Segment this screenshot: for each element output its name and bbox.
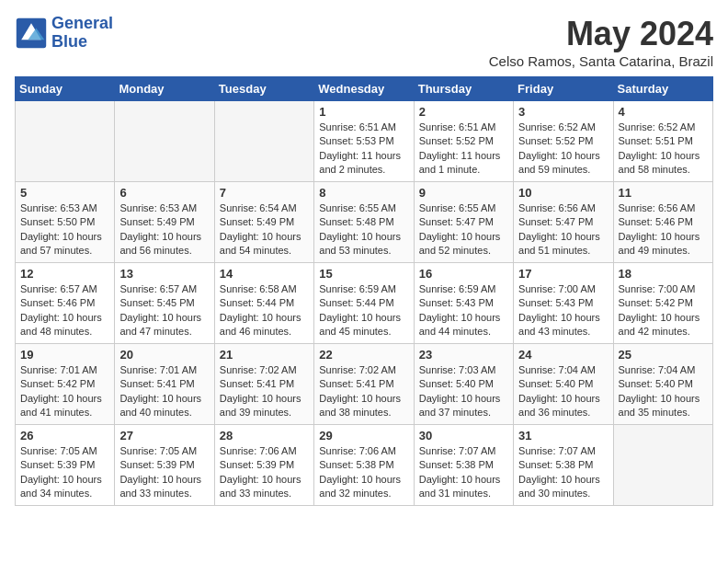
calendar-week-row: 1 Sunrise: 6:51 AMSunset: 5:53 PMDayligh… bbox=[16, 101, 713, 182]
month-title: May 2024 bbox=[489, 15, 713, 53]
day-number: 11 bbox=[619, 186, 708, 200]
logo: General Blue bbox=[15, 15, 113, 52]
calendar-day-cell: 8 Sunrise: 6:55 AMSunset: 5:48 PMDayligh… bbox=[314, 182, 414, 263]
day-number: 1 bbox=[319, 105, 408, 119]
calendar-day-cell bbox=[115, 101, 214, 182]
calendar-day-cell: 29 Sunrise: 7:06 AMSunset: 5:38 PMDaylig… bbox=[314, 425, 414, 506]
day-number: 5 bbox=[20, 186, 109, 200]
day-info: Sunrise: 6:55 AMSunset: 5:47 PMDaylight:… bbox=[419, 201, 508, 259]
header: General Blue May 2024 Celso Ramos, Santa… bbox=[15, 15, 713, 69]
weekday-header-row: SundayMondayTuesdayWednesdayThursdayFrid… bbox=[16, 77, 713, 101]
day-info: Sunrise: 6:53 AMSunset: 5:50 PMDaylight:… bbox=[20, 201, 109, 259]
calendar-day-cell: 24 Sunrise: 7:04 AMSunset: 5:40 PMDaylig… bbox=[514, 344, 613, 425]
calendar-day-cell: 22 Sunrise: 7:02 AMSunset: 5:41 PMDaylig… bbox=[314, 344, 414, 425]
calendar-day-cell: 30 Sunrise: 7:07 AMSunset: 5:38 PMDaylig… bbox=[414, 425, 513, 506]
calendar-day-cell: 19 Sunrise: 7:01 AMSunset: 5:42 PMDaylig… bbox=[16, 344, 115, 425]
day-number: 29 bbox=[319, 429, 408, 442]
calendar-day-cell: 23 Sunrise: 7:03 AMSunset: 5:40 PMDaylig… bbox=[414, 344, 513, 425]
calendar-day-cell: 15 Sunrise: 6:59 AMSunset: 5:44 PMDaylig… bbox=[314, 263, 414, 344]
day-number: 13 bbox=[119, 267, 209, 281]
weekday-header-cell: Monday bbox=[115, 77, 214, 101]
calendar-day-cell: 26 Sunrise: 7:05 AMSunset: 5:39 PMDaylig… bbox=[16, 425, 115, 506]
calendar-day-cell: 5 Sunrise: 6:53 AMSunset: 5:50 PMDayligh… bbox=[16, 182, 115, 263]
weekday-header-cell: Saturday bbox=[613, 77, 712, 101]
day-info: Sunrise: 7:03 AMSunset: 5:40 PMDaylight:… bbox=[419, 363, 508, 420]
calendar-day-cell: 21 Sunrise: 7:02 AMSunset: 5:41 PMDaylig… bbox=[214, 344, 313, 425]
day-info: Sunrise: 6:53 AMSunset: 5:49 PMDaylight:… bbox=[119, 201, 209, 259]
day-number: 6 bbox=[119, 186, 209, 200]
calendar-day-cell: 10 Sunrise: 6:56 AMSunset: 5:47 PMDaylig… bbox=[514, 182, 613, 263]
calendar-day-cell: 28 Sunrise: 7:06 AMSunset: 5:39 PMDaylig… bbox=[214, 425, 313, 506]
weekday-header-cell: Friday bbox=[514, 77, 613, 101]
day-info: Sunrise: 6:56 AMSunset: 5:46 PMDaylight:… bbox=[619, 201, 708, 259]
day-number: 12 bbox=[20, 267, 109, 281]
day-number: 8 bbox=[319, 186, 408, 200]
day-number: 25 bbox=[619, 348, 708, 362]
day-number: 19 bbox=[20, 348, 109, 362]
calendar-day-cell: 27 Sunrise: 7:05 AMSunset: 5:39 PMDaylig… bbox=[115, 425, 214, 506]
day-info: Sunrise: 6:54 AMSunset: 5:49 PMDaylight:… bbox=[220, 201, 309, 259]
calendar-body: 1 Sunrise: 6:51 AMSunset: 5:53 PMDayligh… bbox=[16, 101, 713, 506]
location-title: Celso Ramos, Santa Catarina, Brazil bbox=[489, 53, 713, 69]
day-info: Sunrise: 6:57 AMSunset: 5:46 PMDaylight:… bbox=[20, 282, 109, 339]
calendar-day-cell: 11 Sunrise: 6:56 AMSunset: 5:46 PMDaylig… bbox=[613, 182, 712, 263]
calendar-day-cell: 16 Sunrise: 6:59 AMSunset: 5:43 PMDaylig… bbox=[414, 263, 513, 344]
day-info: Sunrise: 7:00 AMSunset: 5:43 PMDaylight:… bbox=[518, 282, 608, 339]
day-info: Sunrise: 7:04 AMSunset: 5:40 PMDaylight:… bbox=[518, 363, 608, 420]
calendar-day-cell: 1 Sunrise: 6:51 AMSunset: 5:53 PMDayligh… bbox=[314, 101, 414, 182]
day-info: Sunrise: 7:05 AMSunset: 5:39 PMDaylight:… bbox=[20, 444, 109, 501]
day-number: 27 bbox=[119, 429, 209, 442]
day-info: Sunrise: 7:06 AMSunset: 5:38 PMDaylight:… bbox=[319, 444, 408, 501]
calendar-week-row: 12 Sunrise: 6:57 AMSunset: 5:46 PMDaylig… bbox=[16, 263, 713, 344]
day-info: Sunrise: 6:58 AMSunset: 5:44 PMDaylight:… bbox=[220, 282, 309, 339]
day-number: 2 bbox=[419, 105, 508, 119]
calendar-day-cell: 25 Sunrise: 7:04 AMSunset: 5:40 PMDaylig… bbox=[613, 344, 712, 425]
day-number: 28 bbox=[220, 429, 309, 442]
calendar-day-cell: 4 Sunrise: 6:52 AMSunset: 5:51 PMDayligh… bbox=[613, 101, 712, 182]
day-info: Sunrise: 6:52 AMSunset: 5:51 PMDaylight:… bbox=[619, 121, 708, 178]
calendar-day-cell: 3 Sunrise: 6:52 AMSunset: 5:52 PMDayligh… bbox=[514, 101, 613, 182]
calendar-day-cell bbox=[16, 101, 115, 182]
day-info: Sunrise: 6:59 AMSunset: 5:43 PMDaylight:… bbox=[419, 282, 508, 339]
weekday-header-cell: Tuesday bbox=[214, 77, 313, 101]
day-number: 4 bbox=[619, 105, 708, 119]
day-info: Sunrise: 7:07 AMSunset: 5:38 PMDaylight:… bbox=[419, 444, 508, 501]
weekday-header-cell: Sunday bbox=[16, 77, 115, 101]
calendar-day-cell: 31 Sunrise: 7:07 AMSunset: 5:38 PMDaylig… bbox=[514, 425, 613, 506]
day-number: 24 bbox=[518, 348, 608, 362]
weekday-header-cell: Thursday bbox=[414, 77, 513, 101]
day-number: 18 bbox=[619, 267, 708, 281]
day-number: 26 bbox=[20, 429, 109, 442]
day-info: Sunrise: 7:05 AMSunset: 5:39 PMDaylight:… bbox=[119, 444, 209, 501]
day-info: Sunrise: 6:55 AMSunset: 5:48 PMDaylight:… bbox=[319, 201, 408, 259]
calendar-day-cell: 6 Sunrise: 6:53 AMSunset: 5:49 PMDayligh… bbox=[115, 182, 214, 263]
day-info: Sunrise: 6:51 AMSunset: 5:52 PMDaylight:… bbox=[419, 121, 508, 178]
day-info: Sunrise: 7:04 AMSunset: 5:40 PMDaylight:… bbox=[619, 363, 708, 420]
calendar-day-cell bbox=[214, 101, 313, 182]
day-info: Sunrise: 6:52 AMSunset: 5:52 PMDaylight:… bbox=[518, 121, 608, 178]
day-info: Sunrise: 7:02 AMSunset: 5:41 PMDaylight:… bbox=[319, 363, 408, 420]
day-info: Sunrise: 7:07 AMSunset: 5:38 PMDaylight:… bbox=[518, 444, 608, 501]
day-number: 23 bbox=[419, 348, 508, 362]
day-number: 20 bbox=[119, 348, 209, 362]
day-number: 7 bbox=[220, 186, 309, 200]
logo-text: General Blue bbox=[51, 15, 113, 52]
day-number: 21 bbox=[220, 348, 309, 362]
day-info: Sunrise: 7:01 AMSunset: 5:42 PMDaylight:… bbox=[20, 363, 109, 420]
day-number: 9 bbox=[419, 186, 508, 200]
calendar-day-cell: 12 Sunrise: 6:57 AMSunset: 5:46 PMDaylig… bbox=[16, 263, 115, 344]
calendar-day-cell: 13 Sunrise: 6:57 AMSunset: 5:45 PMDaylig… bbox=[115, 263, 214, 344]
day-number: 22 bbox=[319, 348, 408, 362]
calendar-day-cell: 20 Sunrise: 7:01 AMSunset: 5:41 PMDaylig… bbox=[115, 344, 214, 425]
day-info: Sunrise: 7:01 AMSunset: 5:41 PMDaylight:… bbox=[119, 363, 209, 420]
day-number: 17 bbox=[518, 267, 608, 281]
day-info: Sunrise: 6:51 AMSunset: 5:53 PMDaylight:… bbox=[319, 121, 408, 178]
day-info: Sunrise: 6:57 AMSunset: 5:45 PMDaylight:… bbox=[119, 282, 209, 339]
day-info: Sunrise: 6:59 AMSunset: 5:44 PMDaylight:… bbox=[319, 282, 408, 339]
calendar-week-row: 26 Sunrise: 7:05 AMSunset: 5:39 PMDaylig… bbox=[16, 425, 713, 506]
logo-icon bbox=[15, 17, 48, 50]
calendar-day-cell: 18 Sunrise: 7:00 AMSunset: 5:42 PMDaylig… bbox=[613, 263, 712, 344]
title-area: May 2024 Celso Ramos, Santa Catarina, Br… bbox=[489, 15, 713, 69]
calendar-day-cell: 2 Sunrise: 6:51 AMSunset: 5:52 PMDayligh… bbox=[414, 101, 513, 182]
day-number: 31 bbox=[518, 429, 608, 442]
